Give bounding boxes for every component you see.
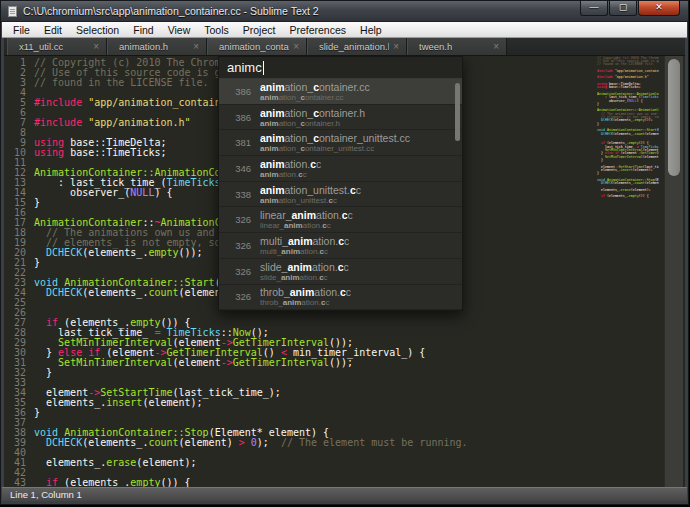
result-path: slide_animation.cc xyxy=(260,273,349,282)
result-path: throb_animation.cc xyxy=(260,298,351,307)
match-score: 386 xyxy=(219,86,251,97)
result-row[interactable]: 386animation_container.hanimation_contai… xyxy=(219,105,462,131)
code-line: 36} xyxy=(4,408,685,418)
minimap-line: // found in the LICENSE file. xyxy=(597,63,659,66)
match-score: 326 xyxy=(219,266,251,277)
window-title: C:\U\chromium\src\app\animation_containe… xyxy=(23,5,319,17)
goto-anything-query: animc xyxy=(227,60,262,75)
tab-close-icon[interactable]: × xyxy=(93,42,99,52)
result-row[interactable]: 386animation_container.ccanimation_conta… xyxy=(219,79,462,105)
app-icon xyxy=(8,6,17,17)
tab-close-icon[interactable]: × xyxy=(193,42,199,52)
window-frame-bottom xyxy=(1,501,688,505)
minimap-line: #include "app/animation_container.h" xyxy=(597,69,659,72)
goto-anything-results: 386animation_container.ccanimation_conta… xyxy=(219,79,462,310)
menu-item-find[interactable]: Find xyxy=(126,23,160,37)
status-bar: Line 1, Column 1 xyxy=(2,487,687,501)
match-score: 326 xyxy=(219,240,251,251)
title-bar[interactable]: C:\U\chromium\src\app\animation_containe… xyxy=(1,1,688,22)
tab-close-icon[interactable]: × xyxy=(393,42,399,52)
minimap[interactable]: // Copyright (c) 2010 The Chromium Autho… xyxy=(597,56,659,487)
result-row[interactable]: 326slide_animation.ccslide_animation.cc xyxy=(219,259,462,285)
tab-slide_animation.h[interactable]: slide_animation.h× xyxy=(307,38,407,55)
tab-label: x11_util.cc xyxy=(19,41,63,52)
window-controls: — ▢ ✕ xyxy=(579,1,680,16)
minimize-button[interactable]: — xyxy=(580,1,608,16)
tab-animation.h[interactable]: animation.h× xyxy=(107,38,207,55)
code-line: 31 SetMinTimerInterval(element->GetTimer… xyxy=(4,358,685,368)
match-score: 326 xyxy=(219,291,251,302)
menu-item-selection[interactable]: Selection xyxy=(69,23,126,37)
cursor-position-status: Line 1, Column 1 xyxy=(10,489,82,500)
text-caret xyxy=(263,61,264,75)
result-path: animation_container_unittest.cc xyxy=(260,144,410,153)
minimap-line: SetMinTimerInterval(element->GetTimerInt… xyxy=(597,155,659,158)
tab-tween.h[interactable]: tween.h× xyxy=(407,38,507,55)
menu-item-project[interactable]: Project xyxy=(236,23,283,37)
minimap-line: elements_.insert(element); xyxy=(597,168,659,171)
tab-label: animation_container.h xyxy=(219,41,289,52)
menu-item-tools[interactable]: Tools xyxy=(197,23,236,37)
match-score: 338 xyxy=(219,189,251,200)
result-filename: multi_animation.cc xyxy=(260,235,349,247)
editor-scrollbar-thumb[interactable] xyxy=(668,59,680,176)
result-filename: animation_unittest.cc xyxy=(260,184,361,196)
editor-scrollbar[interactable] xyxy=(664,56,683,487)
result-row[interactable]: 381animation_container_unittest.ccanimat… xyxy=(219,130,462,156)
result-filename: linear_animation.cc xyxy=(260,209,353,221)
result-row[interactable]: 326throb_animation.ccthrob_animation.cc xyxy=(219,285,462,311)
line-number: 43 xyxy=(4,478,26,487)
app-window: C:\U\chromium\src\app\animation_containe… xyxy=(0,0,689,505)
result-path: animation_unittest.cc xyxy=(260,196,361,205)
minimap-content: // Copyright (c) 2010 The Chromium Autho… xyxy=(597,56,659,198)
code-line: 35 elements_.insert(element); xyxy=(4,398,685,408)
result-row[interactable]: 338animation_unittest.ccanimation_unitte… xyxy=(219,182,462,208)
result-row[interactable]: 346animation.ccanimation.cc xyxy=(219,156,462,182)
result-filename: animation_container.cc xyxy=(260,81,370,93)
result-filename: slide_animation.cc xyxy=(260,261,349,273)
editor-main: 1// Copyright (c) 2010 The Chromium Auth… xyxy=(4,56,685,487)
minimap-line: if (elements_.empty()) { xyxy=(597,195,659,198)
minimap-line: DCHECK(elements_.count(element) > 0); //… xyxy=(597,181,659,184)
menu-item-preferences[interactable]: Preferences xyxy=(282,23,353,37)
code-line: 39 DCHECK(elements_.count(element) > 0);… xyxy=(4,438,685,448)
match-score: 386 xyxy=(219,112,251,123)
result-filename: animation_container.h xyxy=(260,107,365,119)
result-row[interactable]: 326multi_animation.ccmulti_animation.cc xyxy=(219,233,462,259)
result-path: linear_animation.cc xyxy=(260,221,353,230)
menu-item-file[interactable]: File xyxy=(6,23,37,37)
maximize-button[interactable]: ▢ xyxy=(609,1,637,16)
goto-anything-input[interactable]: animc xyxy=(219,57,462,79)
match-score: 326 xyxy=(219,214,251,225)
tab-label: animation.h xyxy=(119,41,168,52)
tab-close-icon[interactable]: × xyxy=(293,42,299,52)
result-row[interactable]: 326linear_animation.cclinear_animation.c… xyxy=(219,207,462,233)
menu-bar: FileEditSelectionFindViewToolsProjectPre… xyxy=(2,22,687,38)
tab-label: tween.h xyxy=(419,41,452,52)
result-filename: animation_container_unittest.cc xyxy=(260,132,410,144)
menu-item-help[interactable]: Help xyxy=(353,23,389,37)
tab-close-icon[interactable]: × xyxy=(493,42,499,52)
tab-x11_util.cc[interactable]: x11_util.cc× xyxy=(7,38,107,55)
code-line: 43 if (elements_.empty()) { xyxy=(4,478,685,487)
result-path: animation.cc xyxy=(260,170,321,179)
goto-anything-panel: animc 386animation_container.ccanimation… xyxy=(218,56,463,311)
result-path: multi_animation.cc xyxy=(260,247,349,256)
close-button[interactable]: ✕ xyxy=(638,1,680,16)
panel-scrollbar-thumb[interactable] xyxy=(455,83,460,141)
tab-animation_container.h[interactable]: animation_container.h× xyxy=(207,38,307,55)
result-filename: throb_animation.cc xyxy=(260,286,351,298)
result-path: animation_container.h xyxy=(260,119,365,128)
code-line: 41 elements_.erase(element); xyxy=(4,458,685,468)
match-score: 381 xyxy=(219,137,251,148)
code-line: 32 } xyxy=(4,368,685,378)
minimap-line: DCHECK(elements_.empty()); xyxy=(597,119,659,122)
match-score: 346 xyxy=(219,163,251,174)
menu-item-edit[interactable]: Edit xyxy=(37,23,69,37)
minimap-line: DCHECK(elements_.count(element) == 0); xyxy=(597,132,659,135)
tab-label: slide_animation.h xyxy=(319,41,389,52)
tab-bar: x11_util.cc×animation.h×animation_contai… xyxy=(4,38,685,56)
result-filename: animation.cc xyxy=(260,158,321,170)
menu-item-view[interactable]: View xyxy=(161,23,198,37)
result-path: animation_container.cc xyxy=(260,93,370,102)
